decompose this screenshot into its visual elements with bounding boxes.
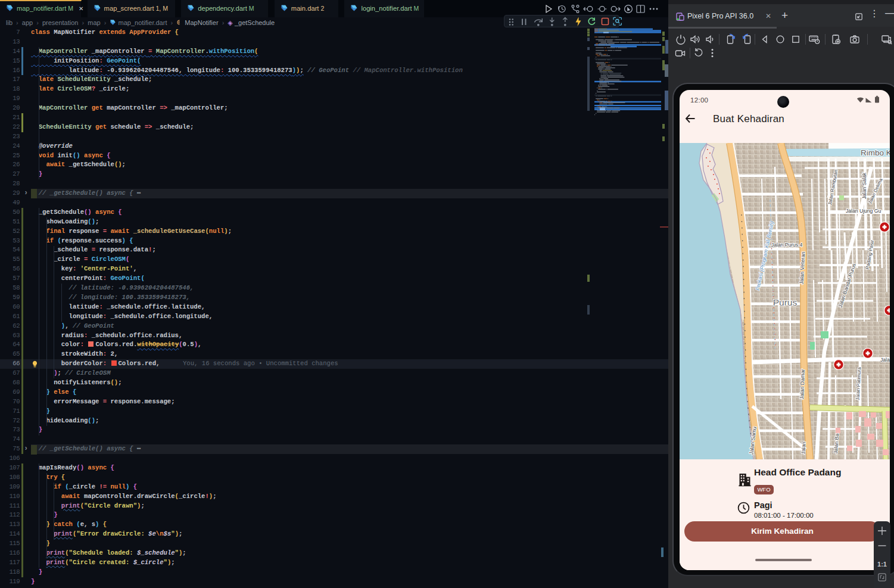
- svg-text:Rimbo K: Rimbo K: [861, 148, 890, 157]
- svg-text:Jalan: Jalan: [800, 441, 807, 454]
- svg-text:Jalan Damar: Jalan Damar: [799, 369, 806, 399]
- svg-text:Jalan Purus 4: Jalan Purus 4: [771, 242, 803, 248]
- svg-text:Purus: Purus: [773, 297, 798, 307]
- svg-text:Jalan A: Jalan A: [880, 357, 890, 363]
- svg-text:Jalan Salak: Jalan Salak: [861, 172, 867, 199]
- svg-text:Jalan Ujung Gu: Jalan Ujung Gu: [846, 208, 881, 214]
